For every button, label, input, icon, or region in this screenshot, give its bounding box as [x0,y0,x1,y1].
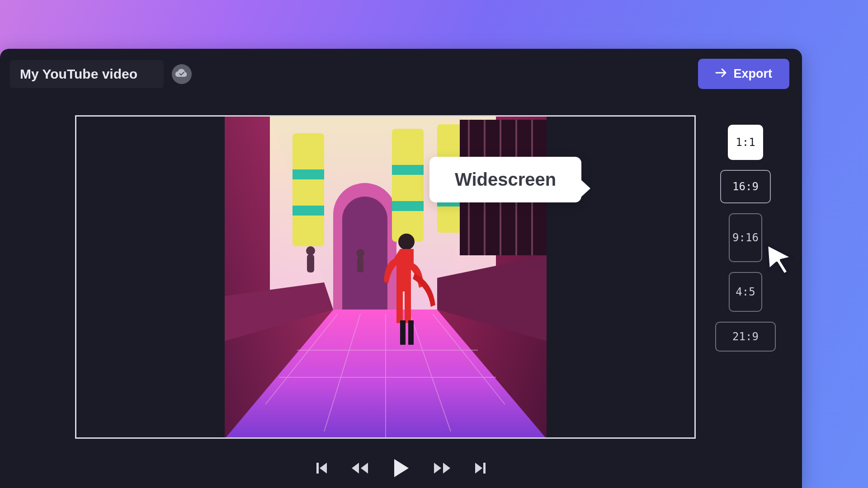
svg-rect-5 [292,133,324,246]
export-button[interactable]: Export [698,59,789,89]
rewind-icon [351,461,369,476]
fast-forward-icon [433,461,451,476]
fast-forward-button[interactable] [433,461,451,476]
ratio-label: 16:9 [732,180,759,193]
svg-rect-35 [408,320,414,345]
aspect-ratio-list: 1:1 16:9 9:16 4:5 21:9 [715,125,776,352]
svg-rect-32 [357,256,363,272]
ratio-label: 21:9 [732,330,759,343]
skip-end-icon [474,461,486,476]
svg-point-33 [398,234,415,250]
ratio-label: 9:16 [732,231,759,244]
svg-rect-10 [392,165,424,175]
ratio-label: 1:1 [736,136,755,149]
header-bar: Export [0,49,802,89]
aspect-ratio-21-9[interactable]: 21:9 [715,322,776,352]
svg-rect-8 [292,169,324,179]
skip-start-icon [316,461,328,476]
svg-rect-30 [307,254,314,272]
cursor-pointer-icon [764,242,799,279]
editor-app: Export [0,49,802,488]
aspect-ratio-16-9[interactable]: 16:9 [720,170,771,203]
video-canvas[interactable] [75,115,696,439]
skip-end-button[interactable] [474,461,486,476]
aspect-ratio-4-5[interactable]: 4:5 [729,272,762,312]
project-title-input[interactable] [10,60,164,88]
cloud-sync-status [172,64,192,84]
play-icon [392,458,410,480]
svg-rect-11 [392,201,424,211]
svg-rect-6 [392,129,424,242]
svg-point-29 [306,246,315,255]
svg-rect-34 [400,320,406,345]
aspect-ratio-tooltip: Widescreen [429,157,581,202]
aspect-ratio-1-1[interactable]: 1:1 [728,125,763,160]
svg-rect-37 [483,463,486,474]
rewind-button[interactable] [351,461,369,476]
tooltip-label: Widescreen [455,169,556,189]
svg-rect-36 [316,463,319,474]
aspect-ratio-9-16[interactable]: 9:16 [729,213,762,262]
ratio-label: 4:5 [736,286,755,298]
skip-start-button[interactable] [316,461,328,476]
svg-point-31 [356,249,364,257]
cloud-check-icon [175,68,188,80]
arrow-right-icon [715,67,727,81]
svg-rect-9 [292,206,324,216]
player-controls [316,458,486,488]
export-button-label: Export [733,67,772,81]
play-button[interactable] [392,458,410,480]
